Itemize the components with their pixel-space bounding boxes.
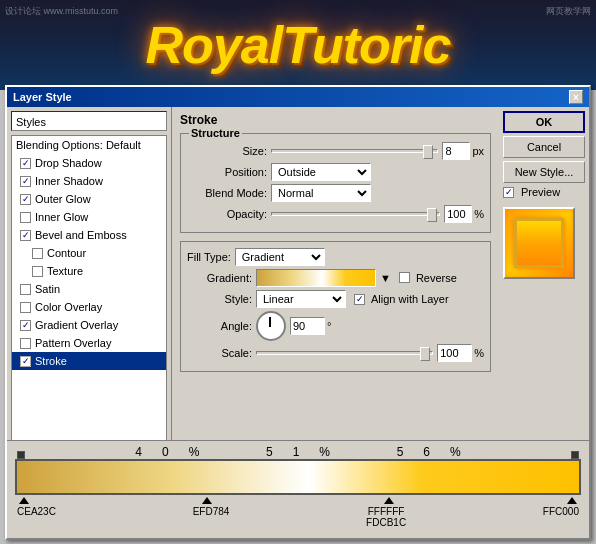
new-style-button[interactable]: New Style... — [503, 161, 585, 183]
align-layer-checkbox[interactable] — [354, 294, 365, 305]
angle-text-label: Angle: — [187, 320, 252, 332]
inner-shadow-checkbox[interactable] — [20, 176, 31, 187]
inner-glow-checkbox[interactable] — [20, 212, 31, 223]
opacity-slider[interactable] — [271, 212, 440, 216]
size-row: Size: 8 px — [187, 142, 484, 160]
banner: 设计论坛 www.misstutu.com RoyalTutoric 网页教学网 — [0, 0, 596, 90]
gradient-bar-outer[interactable] — [15, 459, 581, 495]
stop-arrow-2 — [202, 497, 212, 504]
stop-2[interactable] — [202, 497, 212, 504]
stop-1[interactable] — [19, 497, 29, 504]
scale-slider[interactable] — [256, 351, 433, 355]
watermark-left: 设计论坛 www.misstutu.com — [5, 5, 118, 18]
cancel-button[interactable]: Cancel — [503, 136, 585, 158]
fill-type-row: Fill Type: Gradient Color Pattern — [187, 248, 484, 266]
preview-inner — [514, 218, 564, 268]
blend-mode-label: Blend Mode: — [187, 187, 267, 199]
stroke-label: Stroke — [35, 355, 67, 367]
color-overlay-checkbox[interactable] — [20, 302, 31, 313]
sidebar-item-texture[interactable]: Texture — [12, 262, 166, 280]
angle-input[interactable]: 90 — [290, 317, 325, 335]
satin-label: Satin — [35, 283, 60, 295]
right-corner-handle[interactable] — [571, 451, 579, 459]
ok-button[interactable]: OK — [503, 111, 585, 133]
sidebar-item-bevel-emboss[interactable]: Bevel and Emboss — [12, 226, 166, 244]
gradient-text-label: Gradient: — [187, 272, 252, 284]
structure-label: Structure — [189, 127, 242, 139]
close-button[interactable]: × — [569, 90, 583, 104]
scale-input[interactable]: 100 — [437, 344, 472, 362]
opacity-unit: % — [474, 208, 484, 220]
texture-checkbox[interactable] — [32, 266, 43, 277]
fill-section: Fill Type: Gradient Color Pattern Gradie… — [180, 241, 491, 372]
sidebar-item-color-overlay[interactable]: Color Overlay — [12, 298, 166, 316]
gradient-overlay-checkbox[interactable] — [20, 320, 31, 331]
dialog-title: Layer Style — [13, 91, 72, 103]
size-unit: px — [472, 145, 484, 157]
scale-text-label: Scale: — [187, 347, 252, 359]
stop-arrow-3 — [384, 497, 394, 504]
bevel-emboss-label: Bevel and Emboss — [35, 229, 127, 241]
left-corner-handle[interactable] — [17, 451, 25, 459]
sidebar-item-satin[interactable]: Satin — [12, 280, 166, 298]
position-row: Position: Outside Inside Center — [187, 163, 484, 181]
bevel-emboss-checkbox[interactable] — [20, 230, 31, 241]
contour-checkbox[interactable] — [32, 248, 43, 259]
stop-arrow-1 — [19, 497, 29, 504]
reverse-checkbox[interactable] — [399, 272, 414, 285]
opacity-input[interactable]: 100 — [444, 205, 472, 223]
angle-line — [269, 317, 271, 327]
inner-shadow-label: Inner Shadow — [35, 175, 103, 187]
contour-label: Contour — [47, 247, 86, 259]
style-text-label: Style: — [187, 293, 252, 305]
angle-dial[interactable] — [256, 311, 286, 341]
sidebar-item-inner-shadow[interactable]: Inner Shadow — [12, 172, 166, 190]
gradient-bar-section: 40% 51% 56% CEA23C EFD784 — [7, 440, 589, 538]
position-select[interactable]: Outside Inside Center — [271, 163, 371, 181]
blending-options-label: Blending Options: Default — [16, 139, 141, 151]
preview-row: Preview — [503, 186, 585, 198]
satin-checkbox[interactable] — [20, 284, 31, 295]
gradient-preview[interactable] — [256, 269, 376, 287]
gradient-stop-triangles — [15, 495, 581, 504]
dropdown-arrow-icon[interactable]: ▼ — [380, 272, 391, 284]
sidebar-item-blending-options[interactable]: Blending Options: Default — [12, 136, 166, 154]
preview-checkbox[interactable] — [503, 187, 514, 198]
scale-unit: % — [474, 347, 484, 359]
fill-type-text-label: Fill Type: — [187, 251, 231, 263]
sidebar-item-stroke[interactable]: Stroke — [12, 352, 166, 370]
stop-4[interactable] — [567, 497, 577, 504]
sidebar-item-outer-glow[interactable]: Outer Glow — [12, 190, 166, 208]
reverse-cb[interactable] — [399, 272, 410, 283]
scale-row: Scale: 100 % — [187, 344, 484, 362]
sidebar-item-contour[interactable]: Contour — [12, 244, 166, 262]
sidebar-item-gradient-overlay[interactable]: Gradient Overlay — [12, 316, 166, 334]
position-label: Position: — [187, 166, 267, 178]
gradient-row: Gradient: ▼ Reverse — [187, 269, 484, 287]
structure-group: Structure Size: 8 px Position: Outside I… — [180, 133, 491, 233]
drop-shadow-checkbox[interactable] — [20, 158, 31, 169]
banner-title: RoyalTutoric — [146, 15, 451, 75]
sidebar-item-inner-glow[interactable]: Inner Glow — [12, 208, 166, 226]
color-label-3: FFFFFFFDCB1C — [366, 506, 406, 528]
stroke-checkbox[interactable] — [20, 356, 31, 367]
stop-3[interactable] — [384, 497, 394, 504]
drop-shadow-label: Drop Shadow — [35, 157, 102, 169]
size-input[interactable]: 8 — [442, 142, 470, 160]
blend-mode-select[interactable]: Normal Multiply Screen — [271, 184, 371, 202]
outer-glow-checkbox[interactable] — [20, 194, 31, 205]
pattern-overlay-checkbox[interactable] — [20, 338, 31, 349]
stroke-section-title: Stroke — [180, 113, 491, 127]
style-select[interactable]: Linear Radial Angle — [256, 290, 346, 308]
sidebar-item-pattern-overlay[interactable]: Pattern Overlay — [12, 334, 166, 352]
sidebar-item-drop-shadow[interactable]: Drop Shadow — [12, 154, 166, 172]
size-slider[interactable] — [271, 149, 438, 153]
stop-arrow-4 — [567, 497, 577, 504]
gradient-overlay-label: Gradient Overlay — [35, 319, 118, 331]
fill-type-select[interactable]: Gradient Color Pattern — [235, 248, 325, 266]
size-label: Size: — [187, 145, 267, 157]
color-label-2: EFD784 — [193, 506, 230, 528]
angle-row: Angle: 90 ° — [187, 311, 484, 341]
styles-header: Styles — [11, 111, 167, 131]
color-label-4: FFC000 — [543, 506, 579, 528]
